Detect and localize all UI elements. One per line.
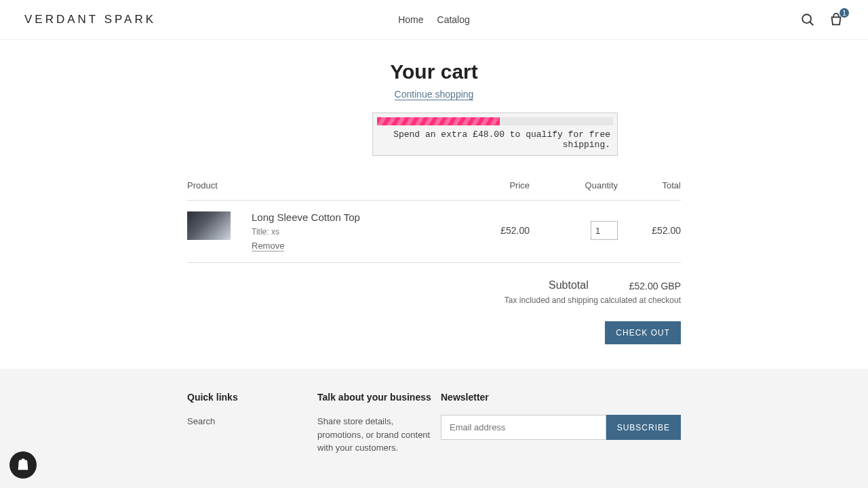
quantity-input[interactable]: [591, 221, 618, 240]
item-line-total: £52.00: [618, 211, 681, 236]
newsletter-form: SUBSCRIBE: [441, 415, 681, 440]
subtotal-line: Subtotal £52.00 GBP: [187, 279, 681, 291]
cart-summary: Subtotal £52.00 GBP Tax included and shi…: [187, 279, 681, 344]
nav-catalog[interactable]: Catalog: [437, 14, 470, 25]
product-name[interactable]: Long Sleeve Cotton Top: [252, 211, 448, 223]
site-header: VERDANT SPARK Home Catalog 1: [0, 0, 868, 40]
footer-search-link[interactable]: Search: [187, 416, 215, 426]
item-price: £52.00: [448, 211, 530, 236]
footer-newsletter: Newsletter SUBSCRIBE: [441, 392, 681, 455]
free-shipping-box: Spend an extra £48.00 to qualify for fre…: [372, 113, 618, 156]
checkout-button[interactable]: CHECK OUT: [605, 321, 681, 344]
footer-bottom: © 2019, Verdant Spark Powered by Shopify: [187, 455, 681, 489]
col-quantity: Quantity: [530, 180, 618, 190]
page-title-section: Your cart Continue shopping: [0, 60, 868, 100]
product-meta: Long Sleeve Cotton Top Title: xs Remove: [231, 211, 448, 251]
shopify-badge-icon[interactable]: [9, 451, 37, 479]
continue-shopping-link[interactable]: Continue shopping: [395, 89, 474, 100]
cart-table: Product Price Quantity Total Long Sleeve…: [187, 180, 681, 344]
search-icon[interactable]: [800, 12, 815, 27]
subtotal-value: £52.00 GBP: [629, 279, 681, 291]
about-title: Talk about your business: [317, 392, 441, 403]
item-qty-wrap: [530, 211, 618, 240]
header-actions: 1: [800, 12, 844, 27]
free-shipping-message: Spend an extra £48.00 to qualify for fre…: [377, 129, 613, 150]
nav-home[interactable]: Home: [398, 14, 423, 25]
tax-note: Tax included and shipping calculated at …: [187, 296, 681, 305]
svg-point-0: [802, 14, 811, 23]
site-footer: Quick links Search Talk about your busin…: [0, 369, 868, 488]
cart-icon[interactable]: 1: [829, 12, 844, 27]
col-price: Price: [448, 180, 530, 190]
newsletter-email-input[interactable]: [441, 415, 606, 440]
page-title: Your cart: [0, 60, 868, 83]
subtotal-label: Subtotal: [549, 279, 589, 291]
newsletter-title: Newsletter: [441, 392, 681, 403]
cart-table-header: Product Price Quantity Total: [187, 180, 681, 201]
free-shipping-progress-fill: [377, 117, 500, 125]
remove-item-link[interactable]: Remove: [252, 241, 284, 251]
main-nav: Home Catalog: [398, 14, 470, 25]
footer-quicklinks: Quick links Search: [187, 392, 317, 455]
footer-about: Talk about your business Share store det…: [317, 392, 441, 455]
svg-line-1: [810, 22, 813, 25]
product-variant: Title: xs: [252, 227, 448, 237]
cart-item-row: Long Sleeve Cotton Top Title: xs Remove …: [187, 201, 681, 263]
free-shipping-progress: [377, 117, 613, 125]
product-thumbnail[interactable]: [187, 211, 231, 240]
site-logo[interactable]: VERDANT SPARK: [24, 13, 156, 26]
quicklinks-title: Quick links: [187, 392, 317, 403]
col-product: Product: [187, 180, 448, 190]
cart-count-badge: 1: [840, 8, 849, 18]
about-text: Share store details, promotions, or bran…: [317, 415, 441, 455]
col-total: Total: [618, 180, 681, 190]
subscribe-button[interactable]: SUBSCRIBE: [606, 415, 681, 440]
